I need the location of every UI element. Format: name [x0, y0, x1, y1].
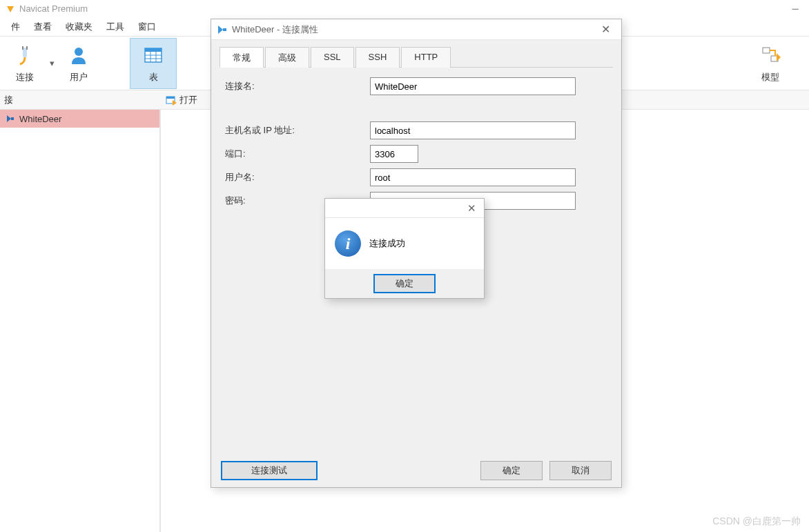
minimize-button[interactable]: ─: [781, 0, 809, 17]
message-box: ✕ i 连接成功 确定: [324, 198, 485, 299]
app-titlebar: Navicat Premium: [0, 0, 809, 17]
tree-item-whitedeer[interactable]: WhiteDeer: [0, 110, 159, 128]
svg-rect-1: [22, 46, 23, 50]
test-connection-button[interactable]: 连接测试: [221, 461, 318, 480]
message-close-button[interactable]: ✕: [463, 202, 480, 215]
svg-rect-14: [11, 117, 14, 120]
message-text: 连接成功: [369, 237, 405, 250]
subbar-open-label[interactable]: 打开: [179, 94, 197, 106]
svg-rect-10: [763, 48, 770, 53]
toolbar-model-label: 模型: [761, 71, 779, 83]
menu-window[interactable]: 窗口: [131, 18, 163, 36]
subbar-left-label: 接: [0, 94, 160, 106]
dialog-titlebar[interactable]: WhiteDeer - 连接属性 ✕: [211, 19, 621, 40]
toolbar-user-label: 用户: [70, 71, 88, 83]
toolbar-model-button[interactable]: 模型: [747, 38, 794, 89]
toolbar-table-button[interactable]: 表: [130, 38, 177, 89]
app-title: Navicat Premium: [19, 3, 88, 14]
label-conn-name: 连接名:: [225, 80, 370, 92]
connection-icon: [6, 114, 15, 124]
tab-advanced[interactable]: 高级: [265, 47, 309, 68]
watermark: CSDN @白鹿第一帅: [712, 515, 801, 528]
dialog-ok-button[interactable]: 确定: [480, 461, 543, 480]
label-port: 端口:: [225, 148, 370, 160]
open-table-icon: [166, 95, 177, 106]
tree-item-label: WhiteDeer: [19, 114, 61, 124]
message-titlebar[interactable]: ✕: [325, 199, 484, 218]
dropdown-icon[interactable]: ▾: [48, 58, 55, 68]
label-username: 用户名:: [225, 171, 370, 184]
dialog-close-button[interactable]: ✕: [595, 23, 616, 36]
connection-tree: WhiteDeer: [0, 110, 160, 532]
plug-icon: [13, 43, 37, 67]
svg-rect-15: [223, 28, 226, 31]
menu-favorites[interactable]: 收藏夹: [59, 18, 99, 36]
svg-rect-5: [145, 48, 162, 52]
tab-ssh[interactable]: SSH: [355, 47, 400, 68]
model-icon: [759, 43, 782, 67]
toolbar-connect-button[interactable]: 连接: [1, 38, 48, 89]
toolbar-user-button[interactable]: 用户: [55, 38, 102, 89]
toolbar-table-label: 表: [149, 71, 158, 83]
toolbar-connect-label: 连接: [16, 71, 34, 83]
input-host[interactable]: [370, 121, 576, 139]
tab-ssl[interactable]: SSL: [311, 47, 354, 68]
message-body: i 连接成功: [325, 218, 484, 269]
input-username[interactable]: [370, 168, 576, 186]
dialog-tabstrip: 常规 高级 SSL SSH HTTP: [220, 47, 613, 68]
dialog-title: WhiteDeer - 连接属性: [232, 23, 318, 36]
table-icon: [142, 43, 165, 67]
app-logo-icon: [6, 4, 15, 14]
menu-view[interactable]: 查看: [27, 18, 59, 36]
input-conn-name[interactable]: [370, 77, 576, 95]
window-controls: ─: [781, 0, 809, 17]
dialog-icon: [217, 24, 228, 35]
svg-rect-2: [26, 46, 28, 50]
user-icon: [67, 43, 90, 67]
menu-file[interactable]: 件: [4, 18, 27, 36]
message-ok-button[interactable]: 确定: [373, 274, 436, 293]
dialog-cancel-button[interactable]: 取消: [549, 461, 612, 480]
dialog-button-row: 连接测试 确定 取消: [211, 454, 621, 487]
menu-tools[interactable]: 工具: [99, 18, 131, 36]
input-port[interactable]: [370, 145, 418, 163]
svg-rect-13: [166, 97, 175, 99]
label-host: 主机名或 IP 地址:: [225, 124, 370, 137]
tab-http[interactable]: HTTP: [401, 47, 451, 68]
svg-point-3: [75, 48, 83, 56]
info-icon: i: [335, 230, 361, 257]
tab-general[interactable]: 常规: [220, 47, 264, 68]
connection-form: 连接名: 主机名或 IP 地址: 端口: 用户名: 密码:: [220, 68, 613, 210]
